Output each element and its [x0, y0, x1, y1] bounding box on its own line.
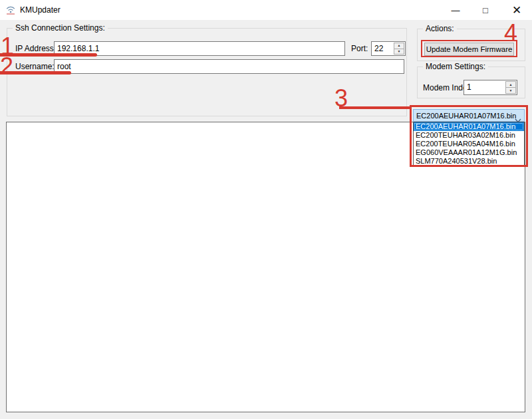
window-title: KMUpdater — [20, 5, 61, 15]
ip-address-label: IP Address: — [15, 44, 56, 53]
annotation-box-4 — [421, 40, 517, 57]
actions-group-title: Actions: — [423, 24, 457, 33]
port-label: Port: — [351, 44, 368, 53]
maximize-button[interactable]: □ — [474, 0, 497, 20]
spin-up-icon[interactable]: ▲ — [506, 82, 515, 88]
username-label: Username: — [15, 62, 55, 71]
spin-down-icon[interactable]: ▼ — [394, 49, 404, 55]
port-spin-buttons: ▲ ▼ — [394, 43, 404, 55]
spin-up-icon[interactable]: ▲ — [394, 43, 404, 49]
modem-group-title: Modem Settings: — [423, 62, 488, 71]
modem-index-spinner[interactable]: 1 ▲ ▼ — [464, 80, 517, 95]
close-button[interactable]: ✕ — [505, 0, 528, 20]
port-value: 22 — [372, 42, 393, 55]
spin-down-icon[interactable]: ▼ — [506, 88, 515, 93]
minimize-icon: — — [452, 5, 460, 15]
modem-index-value: 1 — [464, 80, 505, 94]
maximize-icon: □ — [483, 5, 488, 15]
modem-settings-group: Modem Settings: Modem Index: 1 ▲ ▼ — [417, 67, 525, 98]
annotation-box-3 — [410, 105, 528, 167]
app-window: KMUpdater — □ ✕ Ssh Connection Settings:… — [0, 0, 532, 419]
close-icon: ✕ — [512, 3, 521, 17]
titlebar: KMUpdater — □ ✕ — [0, 0, 532, 20]
annotation-underline-2 — [0, 71, 71, 74]
ssh-group-title: Ssh Connection Settings: — [13, 23, 108, 33]
port-spinner[interactable]: 22 ▲ ▼ — [371, 41, 406, 56]
ip-address-input[interactable] — [54, 41, 345, 56]
modem-index-spin-buttons: ▲ ▼ — [505, 81, 516, 94]
annotation-underline-1 — [0, 53, 97, 57]
wifi-app-icon — [5, 5, 16, 15]
minimize-button[interactable]: — — [444, 0, 467, 20]
username-input[interactable] — [54, 59, 404, 74]
annotation-connector-3 — [339, 106, 410, 109]
annotation-number-2: 2 — [0, 55, 13, 78]
